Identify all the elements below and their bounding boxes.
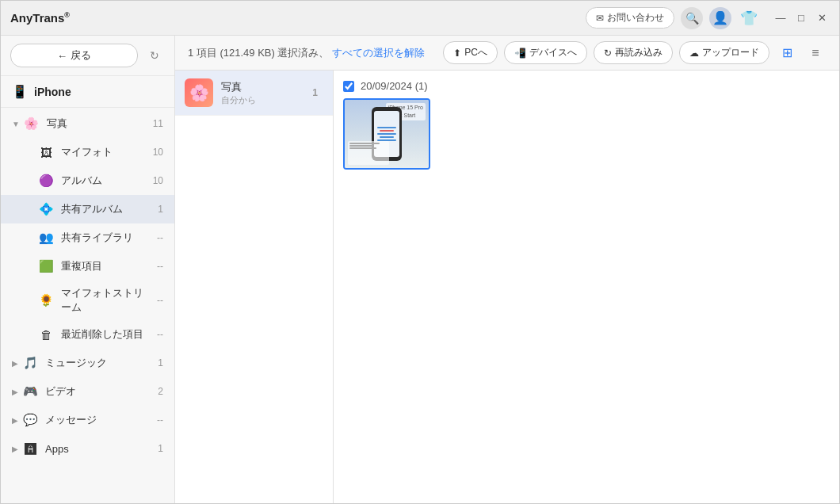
item-icon-recently-deleted: 🗑 [37, 326, 55, 343]
item-icon-video: 🎮 [21, 383, 39, 400]
content-body: 🌸 写真 自分から 1 20/09/2024 (1) iPhone 15 Pro… [175, 71, 839, 503]
export-to-device-button[interactable]: 📲 デバイスへ [504, 41, 587, 64]
item-count-shared-albums: 1 [147, 204, 163, 215]
screen-line [380, 130, 394, 132]
phone-icon: 📱 [12, 84, 28, 99]
item-count-shared-library: -- [147, 232, 163, 243]
screen-line [380, 136, 394, 138]
refresh-button[interactable]: ↻ [144, 45, 165, 66]
chevron-icon: ▶ [12, 388, 18, 396]
chevron-icon: ▼ [12, 120, 20, 128]
cloud-upload-icon: ☁ [689, 48, 699, 59]
reload-button[interactable]: ↻ 再読み込み [594, 41, 673, 64]
deselect-link[interactable]: すべての選択を解除 [332, 47, 425, 59]
item-count-my-photo-stream: -- [147, 295, 163, 306]
grid-view-button[interactable]: ⊞ [776, 42, 798, 64]
search-button[interactable]: 🔍 [681, 7, 703, 29]
item-label-apps: Apps [45, 443, 147, 455]
sidebar-item-my-photo-stream[interactable]: 🌻 マイフォトストリーム -- [1, 281, 174, 320]
item-label-my-photo-stream: マイフォトストリーム [61, 286, 147, 315]
sidebar-item-video[interactable]: ▶ 🎮 ビデオ 2 [1, 377, 174, 406]
sidebar: ← 戻る ↻ 📱 iPhone ▼ 🌸 写真 11 🖼 マイフォト 10 🟣 ア… [1, 36, 175, 503]
item-icon-albums: 🟣 [37, 172, 55, 189]
item-label-music: ミュージック [45, 356, 147, 370]
sidebar-toolbar: ← 戻る ↻ [1, 36, 174, 76]
selection-info: 1 項目 (121.49 KB) 選択済み、 すべての選択を解除 [188, 46, 437, 60]
titlebar-right: ✉ お問い合わせ 🔍 👤 👕 ― □ ✕ [586, 7, 830, 29]
sidebar-item-photos[interactable]: ▼ 🌸 写真 11 [1, 109, 174, 138]
sidebar-item-my-photos[interactable]: 🖼 マイフォト 10 [1, 138, 174, 166]
item-icon-my-photo-stream: 🌻 [37, 292, 55, 309]
back-arrow-icon: ← [57, 50, 67, 62]
item-icon-shared-library: 👥 [37, 229, 55, 246]
upload-button[interactable]: ☁ アップロード [679, 41, 769, 64]
album-info: 写真 自分から [221, 80, 307, 106]
upload-icon: ⬆ [453, 48, 461, 59]
list-view-button[interactable]: ≡ [804, 42, 827, 64]
item-icon-my-photos: 🖼 [37, 143, 55, 161]
photos-grid-row: iPhone 15 ProQuick Start [343, 98, 830, 170]
item-label-recently-deleted: 最近削除した項目 [61, 327, 147, 342]
item-count-music: 1 [147, 357, 163, 368]
chevron-icon: ▶ [12, 416, 18, 425]
sidebar-item-albums[interactable]: 🟣 アルバム 10 [1, 166, 174, 195]
item-label-my-photos: マイフォト [61, 145, 147, 159]
item-icon-music: 🎵 [21, 354, 39, 372]
contact-button[interactable]: ✉ お問い合わせ [586, 7, 674, 29]
item-count-apps: 1 [147, 443, 163, 454]
content-toolbar: 1 項目 (121.49 KB) 選択済み、 すべての選択を解除 ⬆ PCへ 📲… [175, 36, 839, 71]
album-item[interactable]: 🌸 写真 自分から 1 [175, 71, 333, 116]
tshirt-icon[interactable]: 👕 [738, 7, 760, 29]
item-count-duplicates: -- [147, 261, 163, 272]
photo-thumbnail[interactable]: iPhone 15 ProQuick Start [343, 98, 430, 170]
sidebar-nav: ▼ 🌸 写真 11 🖼 マイフォト 10 🟣 アルバム 10 💠 共有アルバム … [1, 108, 174, 464]
back-button[interactable]: ← 戻る [10, 44, 138, 67]
album-count: 1 [307, 86, 323, 99]
item-label-photos: 写真 [47, 116, 147, 131]
item-count-photos: 11 [147, 118, 163, 129]
item-count-albums: 10 [147, 175, 163, 186]
item-icon-duplicates: 🟩 [37, 258, 55, 275]
date-header: 20/09/2024 (1) [343, 80, 830, 92]
photo-date-group: 20/09/2024 (1) iPhone 15 ProQuick Start [343, 80, 830, 170]
window-controls: ― □ ✕ [773, 10, 830, 26]
date-checkbox[interactable] [343, 81, 354, 92]
main-layout: ← 戻る ↻ 📱 iPhone ▼ 🌸 写真 11 🖼 マイフォト 10 🟣 ア… [1, 36, 839, 503]
sidebar-item-recently-deleted[interactable]: 🗑 最近削除した項目 -- [1, 320, 174, 349]
item-label-video: ビデオ [45, 384, 147, 399]
close-button[interactable]: ✕ [814, 10, 830, 26]
album-thumbnail: 🌸 [185, 78, 213, 107]
screen-line [377, 127, 396, 128]
app-title: AnyTrans® [10, 11, 70, 25]
item-count-video: 2 [147, 386, 163, 397]
item-label-albums: アルバム [61, 174, 147, 188]
chevron-icon: ▶ [12, 445, 18, 453]
maximize-button[interactable]: □ [793, 10, 809, 26]
album-name: 写真 [221, 80, 307, 94]
item-icon-shared-albums: 💠 [37, 200, 55, 218]
sidebar-item-shared-albums[interactable]: 💠 共有アルバム 1 [1, 195, 174, 223]
item-count-messages: -- [147, 414, 163, 426]
export-to-pc-button[interactable]: ⬆ PCへ [443, 41, 498, 64]
minimize-button[interactable]: ― [773, 10, 788, 26]
item-count-my-photos: 10 [147, 147, 163, 158]
chevron-icon: ▶ [12, 359, 18, 368]
item-label-shared-library: 共有ライブラリ [61, 231, 147, 245]
user-avatar[interactable]: 👤 [709, 7, 731, 29]
screen-line [377, 133, 396, 135]
sidebar-item-apps[interactable]: ▶ 🅰 Apps 1 [1, 434, 174, 463]
device-header: 📱 iPhone [1, 76, 174, 108]
photos-panel: 20/09/2024 (1) iPhone 15 ProQuick Start [334, 71, 839, 503]
titlebar: AnyTrans® ✉ お問い合わせ 🔍 👤 👕 ― □ ✕ [1, 1, 839, 36]
titlebar-left: AnyTrans® [10, 11, 70, 25]
sidebar-item-shared-library[interactable]: 👥 共有ライブラリ -- [1, 223, 174, 252]
email-icon: ✉ [596, 13, 604, 24]
sidebar-item-messages[interactable]: ▶ 💬 メッセージ -- [1, 406, 174, 434]
item-icon-apps: 🅰 [21, 440, 39, 457]
sidebar-item-duplicates[interactable]: 🟩 重複項目 -- [1, 252, 174, 281]
photo-preview: iPhone 15 ProQuick Start [345, 100, 429, 168]
item-count-recently-deleted: -- [147, 329, 163, 340]
sidebar-item-music[interactable]: ▶ 🎵 ミュージック 1 [1, 349, 174, 377]
date-label: 20/09/2024 (1) [361, 80, 428, 92]
item-label-messages: メッセージ [45, 413, 147, 427]
